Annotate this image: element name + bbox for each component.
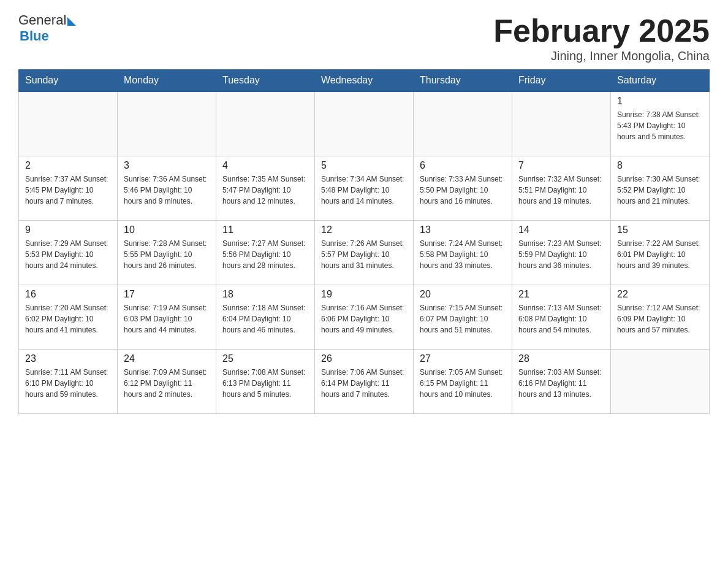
calendar-cell: 7Sunrise: 7:32 AM Sunset: 5:51 PM Daylig… (512, 156, 611, 220)
calendar-cell: 18Sunrise: 7:18 AM Sunset: 6:04 PM Dayli… (216, 285, 315, 349)
calendar-cell (414, 91, 512, 156)
calendar-cell: 25Sunrise: 7:08 AM Sunset: 6:13 PM Dayli… (216, 349, 315, 413)
day-number: 19 (321, 289, 407, 300)
calendar-cell (118, 91, 216, 156)
day-number: 10 (124, 224, 210, 236)
day-info: Sunrise: 7:19 AM Sunset: 6:03 PM Dayligh… (124, 302, 210, 335)
calendar-week-row: 9Sunrise: 7:29 AM Sunset: 5:53 PM Daylig… (19, 220, 710, 285)
column-header-friday: Friday (512, 70, 611, 92)
day-info: Sunrise: 7:15 AM Sunset: 6:07 PM Dayligh… (420, 302, 506, 335)
day-info: Sunrise: 7:24 AM Sunset: 5:58 PM Dayligh… (420, 238, 506, 271)
day-info: Sunrise: 7:13 AM Sunset: 6:08 PM Dayligh… (518, 302, 604, 335)
column-header-tuesday: Tuesday (216, 70, 315, 92)
calendar-cell: 20Sunrise: 7:15 AM Sunset: 6:07 PM Dayli… (414, 285, 512, 349)
day-number: 5 (321, 160, 407, 171)
calendar-cell: 15Sunrise: 7:22 AM Sunset: 6:01 PM Dayli… (611, 220, 710, 285)
day-info: Sunrise: 7:26 AM Sunset: 5:57 PM Dayligh… (321, 238, 407, 271)
month-title: February 2025 (493, 12, 710, 49)
calendar-cell: 17Sunrise: 7:19 AM Sunset: 6:03 PM Dayli… (118, 285, 216, 349)
day-number: 4 (222, 160, 308, 171)
calendar-cell: 22Sunrise: 7:12 AM Sunset: 6:09 PM Dayli… (611, 285, 710, 349)
day-number: 24 (124, 353, 210, 364)
calendar-cell (19, 91, 118, 156)
calendar-cell: 10Sunrise: 7:28 AM Sunset: 5:55 PM Dayli… (118, 220, 216, 285)
day-info: Sunrise: 7:08 AM Sunset: 6:13 PM Dayligh… (222, 367, 308, 400)
day-number: 17 (124, 289, 210, 300)
calendar-header-row: SundayMondayTuesdayWednesdayThursdayFrid… (19, 70, 710, 92)
day-number: 27 (420, 353, 506, 364)
day-info: Sunrise: 7:22 AM Sunset: 6:01 PM Dayligh… (617, 238, 703, 271)
calendar-cell: 6Sunrise: 7:33 AM Sunset: 5:50 PM Daylig… (414, 156, 512, 220)
day-number: 22 (617, 289, 703, 300)
calendar-cell: 8Sunrise: 7:30 AM Sunset: 5:52 PM Daylig… (611, 156, 710, 220)
day-info: Sunrise: 7:33 AM Sunset: 5:50 PM Dayligh… (420, 174, 506, 207)
day-info: Sunrise: 7:38 AM Sunset: 5:43 PM Dayligh… (617, 109, 703, 142)
calendar-cell: 4Sunrise: 7:35 AM Sunset: 5:47 PM Daylig… (216, 156, 315, 220)
day-number: 20 (420, 289, 506, 300)
day-info: Sunrise: 7:20 AM Sunset: 6:02 PM Dayligh… (25, 302, 111, 335)
calendar-cell: 13Sunrise: 7:24 AM Sunset: 5:58 PM Dayli… (414, 220, 512, 285)
day-number: 1 (617, 96, 703, 107)
calendar-cell (611, 349, 710, 413)
day-number: 25 (222, 353, 308, 364)
calendar-cell: 3Sunrise: 7:36 AM Sunset: 5:46 PM Daylig… (118, 156, 216, 220)
calendar-cell: 26Sunrise: 7:06 AM Sunset: 6:14 PM Dayli… (315, 349, 414, 413)
calendar-cell: 11Sunrise: 7:27 AM Sunset: 5:56 PM Dayli… (216, 220, 315, 285)
location-text: Jining, Inner Mongolia, China (493, 49, 710, 63)
day-info: Sunrise: 7:37 AM Sunset: 5:45 PM Dayligh… (25, 174, 111, 207)
day-number: 28 (518, 353, 604, 364)
column-header-saturday: Saturday (611, 70, 710, 92)
calendar-cell: 5Sunrise: 7:34 AM Sunset: 5:48 PM Daylig… (315, 156, 414, 220)
day-info: Sunrise: 7:03 AM Sunset: 6:16 PM Dayligh… (518, 367, 604, 400)
day-info: Sunrise: 7:23 AM Sunset: 5:59 PM Dayligh… (518, 238, 604, 271)
calendar-cell (216, 91, 315, 156)
day-info: Sunrise: 7:06 AM Sunset: 6:14 PM Dayligh… (321, 367, 407, 400)
logo-triangle-icon (67, 17, 76, 26)
day-number: 9 (25, 224, 111, 236)
column-header-thursday: Thursday (414, 70, 512, 92)
day-number: 11 (222, 224, 308, 236)
day-number: 26 (321, 353, 407, 364)
day-info: Sunrise: 7:11 AM Sunset: 6:10 PM Dayligh… (25, 367, 111, 400)
calendar-cell: 16Sunrise: 7:20 AM Sunset: 6:02 PM Dayli… (19, 285, 118, 349)
day-info: Sunrise: 7:09 AM Sunset: 6:12 PM Dayligh… (124, 367, 210, 400)
column-header-sunday: Sunday (19, 70, 118, 92)
day-info: Sunrise: 7:27 AM Sunset: 5:56 PM Dayligh… (222, 238, 308, 271)
day-number: 2 (25, 160, 111, 171)
calendar-cell: 2Sunrise: 7:37 AM Sunset: 5:45 PM Daylig… (19, 156, 118, 220)
column-header-monday: Monday (118, 70, 216, 92)
calendar-table: SundayMondayTuesdayWednesdayThursdayFrid… (18, 69, 710, 414)
day-number: 6 (420, 160, 506, 171)
day-number: 23 (25, 353, 111, 364)
calendar-cell: 28Sunrise: 7:03 AM Sunset: 6:16 PM Dayli… (512, 349, 611, 413)
calendar-cell: 12Sunrise: 7:26 AM Sunset: 5:57 PM Dayli… (315, 220, 414, 285)
day-info: Sunrise: 7:34 AM Sunset: 5:48 PM Dayligh… (321, 174, 407, 207)
calendar-cell: 14Sunrise: 7:23 AM Sunset: 5:59 PM Dayli… (512, 220, 611, 285)
day-info: Sunrise: 7:30 AM Sunset: 5:52 PM Dayligh… (617, 174, 703, 207)
calendar-cell: 27Sunrise: 7:05 AM Sunset: 6:15 PM Dayli… (414, 349, 512, 413)
calendar-week-row: 1Sunrise: 7:38 AM Sunset: 5:43 PM Daylig… (19, 91, 710, 156)
day-info: Sunrise: 7:16 AM Sunset: 6:06 PM Dayligh… (321, 302, 407, 335)
calendar-cell (315, 91, 414, 156)
logo-blue-text: Blue (20, 28, 49, 44)
title-area: February 2025 Jining, Inner Mongolia, Ch… (493, 12, 710, 63)
logo: General Blue (18, 12, 76, 44)
day-info: Sunrise: 7:35 AM Sunset: 5:47 PM Dayligh… (222, 174, 308, 207)
calendar-week-row: 16Sunrise: 7:20 AM Sunset: 6:02 PM Dayli… (19, 285, 710, 349)
day-info: Sunrise: 7:36 AM Sunset: 5:46 PM Dayligh… (124, 174, 210, 207)
calendar-cell: 23Sunrise: 7:11 AM Sunset: 6:10 PM Dayli… (19, 349, 118, 413)
day-number: 21 (518, 289, 604, 300)
calendar-cell: 9Sunrise: 7:29 AM Sunset: 5:53 PM Daylig… (19, 220, 118, 285)
calendar-cell: 21Sunrise: 7:13 AM Sunset: 6:08 PM Dayli… (512, 285, 611, 349)
day-info: Sunrise: 7:32 AM Sunset: 5:51 PM Dayligh… (518, 174, 604, 207)
day-number: 7 (518, 160, 604, 171)
calendar-cell: 24Sunrise: 7:09 AM Sunset: 6:12 PM Dayli… (118, 349, 216, 413)
day-info: Sunrise: 7:29 AM Sunset: 5:53 PM Dayligh… (25, 238, 111, 271)
day-number: 18 (222, 289, 308, 300)
day-number: 14 (518, 224, 604, 236)
day-number: 13 (420, 224, 506, 236)
day-number: 12 (321, 224, 407, 236)
page-header: General Blue February 2025 Jining, Inner… (18, 12, 710, 63)
calendar-cell: 1Sunrise: 7:38 AM Sunset: 5:43 PM Daylig… (611, 91, 710, 156)
calendar-cell: 19Sunrise: 7:16 AM Sunset: 6:06 PM Dayli… (315, 285, 414, 349)
